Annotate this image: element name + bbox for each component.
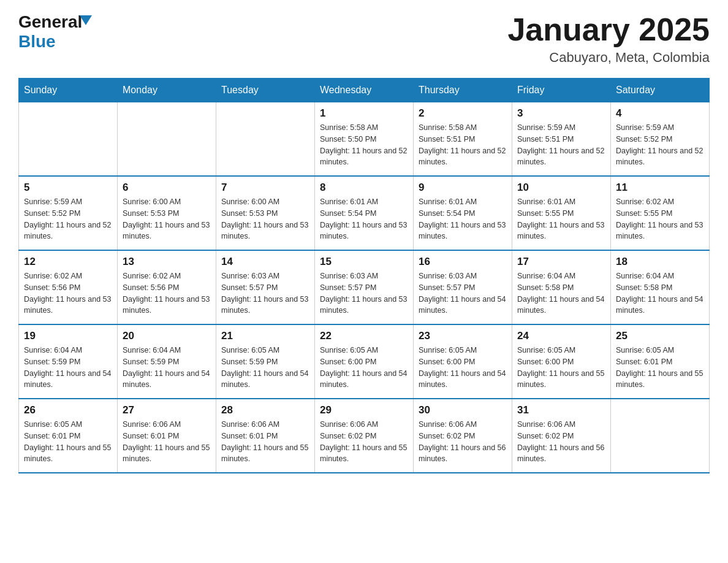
calendar-cell: 27Sunrise: 6:06 AM Sunset: 6:01 PM Dayli… xyxy=(118,399,216,473)
day-info: Sunrise: 6:06 AM Sunset: 6:02 PM Dayligh… xyxy=(517,419,605,465)
calendar-table: SundayMondayTuesdayWednesdayThursdayFrid… xyxy=(18,78,710,473)
calendar-cell: 21Sunrise: 6:05 AM Sunset: 5:59 PM Dayli… xyxy=(216,324,315,399)
logo-triangle-icon xyxy=(80,15,92,25)
page-header: General Blue January 2025 Cabuyaro, Meta… xyxy=(18,12,710,66)
day-number: 18 xyxy=(616,256,704,268)
day-number: 5 xyxy=(24,182,112,194)
calendar-cell: 19Sunrise: 6:04 AM Sunset: 5:59 PM Dayli… xyxy=(19,324,118,399)
calendar-cell: 10Sunrise: 6:01 AM Sunset: 5:55 PM Dayli… xyxy=(512,176,611,250)
day-info: Sunrise: 6:06 AM Sunset: 6:02 PM Dayligh… xyxy=(419,419,507,465)
day-info: Sunrise: 6:02 AM Sunset: 5:55 PM Dayligh… xyxy=(616,196,704,242)
calendar-cell: 24Sunrise: 6:05 AM Sunset: 6:00 PM Dayli… xyxy=(512,324,611,399)
day-number: 3 xyxy=(517,107,605,120)
calendar-cell: 3Sunrise: 5:59 AM Sunset: 5:51 PM Daylig… xyxy=(512,102,611,177)
day-info: Sunrise: 6:03 AM Sunset: 5:57 PM Dayligh… xyxy=(320,270,408,316)
calendar-cell: 5Sunrise: 5:59 AM Sunset: 5:52 PM Daylig… xyxy=(19,176,118,250)
day-number: 17 xyxy=(517,256,605,268)
day-number: 4 xyxy=(616,107,704,120)
calendar-cell: 13Sunrise: 6:02 AM Sunset: 5:56 PM Dayli… xyxy=(118,250,216,324)
day-info: Sunrise: 5:59 AM Sunset: 5:52 PM Dayligh… xyxy=(24,196,112,242)
day-number: 13 xyxy=(123,256,211,268)
calendar-cell: 31Sunrise: 6:06 AM Sunset: 6:02 PM Dayli… xyxy=(512,399,611,473)
calendar-cell: 25Sunrise: 6:05 AM Sunset: 6:01 PM Dayli… xyxy=(611,324,710,399)
day-info: Sunrise: 6:01 AM Sunset: 5:54 PM Dayligh… xyxy=(320,196,408,242)
day-info: Sunrise: 6:04 AM Sunset: 5:58 PM Dayligh… xyxy=(616,270,704,316)
calendar-cell: 26Sunrise: 6:05 AM Sunset: 6:01 PM Dayli… xyxy=(19,399,118,473)
day-number: 14 xyxy=(221,256,309,268)
title-section: January 2025 Cabuyaro, Meta, Colombia xyxy=(507,12,710,66)
calendar-cell: 4Sunrise: 5:59 AM Sunset: 5:52 PM Daylig… xyxy=(611,102,710,177)
day-number: 1 xyxy=(320,107,408,120)
day-number: 19 xyxy=(24,330,112,342)
day-number: 25 xyxy=(616,330,704,342)
calendar-cell: 15Sunrise: 6:03 AM Sunset: 5:57 PM Dayli… xyxy=(315,250,414,324)
day-info: Sunrise: 6:06 AM Sunset: 6:02 PM Dayligh… xyxy=(320,419,408,465)
calendar-cell xyxy=(19,102,118,177)
calendar-cell: 8Sunrise: 6:01 AM Sunset: 5:54 PM Daylig… xyxy=(315,176,414,250)
logo: General Blue xyxy=(18,12,92,52)
day-info: Sunrise: 6:03 AM Sunset: 5:57 PM Dayligh… xyxy=(221,270,309,316)
day-number: 24 xyxy=(517,330,605,342)
calendar-cell: 17Sunrise: 6:04 AM Sunset: 5:58 PM Dayli… xyxy=(512,250,611,324)
calendar-cell: 9Sunrise: 6:01 AM Sunset: 5:54 PM Daylig… xyxy=(414,176,512,250)
day-number: 15 xyxy=(320,256,408,268)
day-info: Sunrise: 6:05 AM Sunset: 5:59 PM Dayligh… xyxy=(221,345,309,391)
day-number: 11 xyxy=(616,182,704,194)
logo-blue-text: Blue xyxy=(18,32,56,52)
header-monday: Monday xyxy=(118,79,216,102)
calendar-cell: 29Sunrise: 6:06 AM Sunset: 6:02 PM Dayli… xyxy=(315,399,414,473)
day-number: 7 xyxy=(221,182,309,194)
day-number: 9 xyxy=(419,182,507,194)
day-info: Sunrise: 6:05 AM Sunset: 6:00 PM Dayligh… xyxy=(517,345,605,391)
header-friday: Friday xyxy=(512,79,611,102)
day-info: Sunrise: 5:58 AM Sunset: 5:50 PM Dayligh… xyxy=(320,122,408,168)
week-row-4: 19Sunrise: 6:04 AM Sunset: 5:59 PM Dayli… xyxy=(19,324,710,399)
location-title: Cabuyaro, Meta, Colombia xyxy=(507,50,710,66)
day-info: Sunrise: 6:00 AM Sunset: 5:53 PM Dayligh… xyxy=(123,196,211,242)
header-tuesday: Tuesday xyxy=(216,79,315,102)
day-info: Sunrise: 6:00 AM Sunset: 5:53 PM Dayligh… xyxy=(221,196,309,242)
day-info: Sunrise: 6:05 AM Sunset: 6:01 PM Dayligh… xyxy=(24,419,112,465)
logo-general-text: General xyxy=(18,12,82,32)
month-title: January 2025 xyxy=(507,12,710,47)
day-number: 23 xyxy=(419,330,507,342)
day-number: 29 xyxy=(320,404,408,416)
day-info: Sunrise: 5:59 AM Sunset: 5:52 PM Dayligh… xyxy=(616,122,704,168)
calendar-cell xyxy=(216,102,315,177)
day-number: 10 xyxy=(517,182,605,194)
calendar-cell: 14Sunrise: 6:03 AM Sunset: 5:57 PM Dayli… xyxy=(216,250,315,324)
day-info: Sunrise: 6:03 AM Sunset: 5:57 PM Dayligh… xyxy=(419,270,507,316)
calendar-cell: 6Sunrise: 6:00 AM Sunset: 5:53 PM Daylig… xyxy=(118,176,216,250)
day-number: 8 xyxy=(320,182,408,194)
day-number: 20 xyxy=(123,330,211,342)
day-info: Sunrise: 6:01 AM Sunset: 5:55 PM Dayligh… xyxy=(517,196,605,242)
calendar-cell: 30Sunrise: 6:06 AM Sunset: 6:02 PM Dayli… xyxy=(414,399,512,473)
calendar-cell: 2Sunrise: 5:58 AM Sunset: 5:51 PM Daylig… xyxy=(414,102,512,177)
day-number: 31 xyxy=(517,404,605,416)
calendar-cell: 7Sunrise: 6:00 AM Sunset: 5:53 PM Daylig… xyxy=(216,176,315,250)
day-info: Sunrise: 6:04 AM Sunset: 5:59 PM Dayligh… xyxy=(123,345,211,391)
week-row-3: 12Sunrise: 6:02 AM Sunset: 5:56 PM Dayli… xyxy=(19,250,710,324)
calendar-header-row: SundayMondayTuesdayWednesdayThursdayFrid… xyxy=(19,79,710,102)
calendar-cell: 22Sunrise: 6:05 AM Sunset: 6:00 PM Dayli… xyxy=(315,324,414,399)
day-info: Sunrise: 6:05 AM Sunset: 6:01 PM Dayligh… xyxy=(616,345,704,391)
day-number: 28 xyxy=(221,404,309,416)
day-number: 27 xyxy=(123,404,211,416)
day-number: 30 xyxy=(419,404,507,416)
week-row-5: 26Sunrise: 6:05 AM Sunset: 6:01 PM Dayli… xyxy=(19,399,710,473)
calendar-cell xyxy=(611,399,710,473)
day-number: 16 xyxy=(419,256,507,268)
day-info: Sunrise: 6:02 AM Sunset: 5:56 PM Dayligh… xyxy=(123,270,211,316)
calendar-cell: 16Sunrise: 6:03 AM Sunset: 5:57 PM Dayli… xyxy=(414,250,512,324)
header-sunday: Sunday xyxy=(19,79,118,102)
day-info: Sunrise: 6:01 AM Sunset: 5:54 PM Dayligh… xyxy=(419,196,507,242)
day-number: 2 xyxy=(419,107,507,120)
calendar-cell: 23Sunrise: 6:05 AM Sunset: 6:00 PM Dayli… xyxy=(414,324,512,399)
day-info: Sunrise: 6:04 AM Sunset: 5:58 PM Dayligh… xyxy=(517,270,605,316)
week-row-2: 5Sunrise: 5:59 AM Sunset: 5:52 PM Daylig… xyxy=(19,176,710,250)
day-info: Sunrise: 5:59 AM Sunset: 5:51 PM Dayligh… xyxy=(517,122,605,168)
header-wednesday: Wednesday xyxy=(315,79,414,102)
day-number: 22 xyxy=(320,330,408,342)
day-info: Sunrise: 6:04 AM Sunset: 5:59 PM Dayligh… xyxy=(24,345,112,391)
day-info: Sunrise: 6:06 AM Sunset: 6:01 PM Dayligh… xyxy=(123,419,211,465)
